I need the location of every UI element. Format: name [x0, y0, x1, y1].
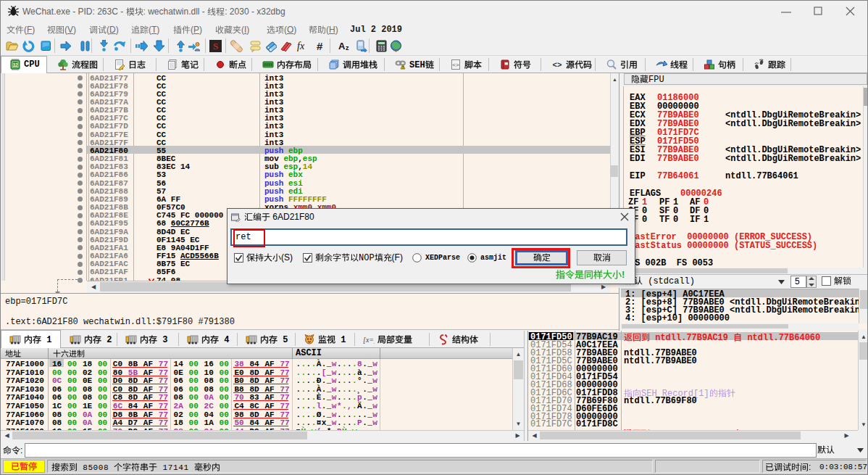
- svg-text:z: z: [346, 44, 349, 51]
- svg-text:S: S: [213, 41, 218, 51]
- svg-text:<>: <>: [452, 62, 459, 68]
- svg-text:32: 32: [12, 62, 18, 67]
- svg-text:[x=]: [x=]: [363, 336, 375, 344]
- svg-text:<>: <>: [553, 60, 562, 69]
- svg-text:#: #: [317, 40, 323, 52]
- svg-text:A: A: [338, 41, 346, 51]
- svg-text:!: !: [402, 65, 404, 70]
- svg-text:fx: fx: [297, 41, 305, 51]
